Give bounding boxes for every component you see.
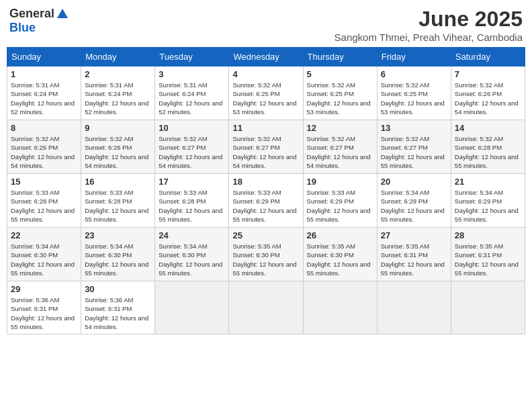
day-number: 22 <box>11 230 77 240</box>
day-number: 20 <box>381 177 447 187</box>
day-number: 21 <box>455 177 521 187</box>
day-info: Sunrise: 5:34 AMSunset: 6:30 PMDaylight:… <box>159 242 225 277</box>
title-section: June 2025 Sangkom Thmei, Preah Vihear, C… <box>335 7 523 43</box>
day-number: 13 <box>381 123 447 133</box>
header-thursday: Thursday <box>303 48 377 66</box>
calendar-day-cell: 16Sunrise: 5:33 AMSunset: 6:28 PMDayligh… <box>81 174 155 228</box>
calendar-day-cell: 17Sunrise: 5:33 AMSunset: 6:28 PMDayligh… <box>155 174 229 228</box>
calendar-day-cell: 6Sunrise: 5:32 AMSunset: 6:25 PMDaylight… <box>377 66 451 120</box>
day-number: 2 <box>85 69 151 79</box>
day-info: Sunrise: 5:34 AMSunset: 6:29 PMDaylight:… <box>381 188 447 224</box>
calendar-day-cell: 1Sunrise: 5:31 AMSunset: 6:24 PMDaylight… <box>7 66 81 120</box>
calendar-day-cell: 27Sunrise: 5:35 AMSunset: 6:31 PMDayligh… <box>377 228 451 281</box>
calendar-day-cell: 9Sunrise: 5:32 AMSunset: 6:26 PMDaylight… <box>81 120 155 174</box>
header-friday: Friday <box>377 48 451 66</box>
day-number: 27 <box>381 230 447 240</box>
day-number: 15 <box>11 177 77 187</box>
day-number: 29 <box>11 284 77 294</box>
logo-blue-text: Blue <box>9 21 36 35</box>
calendar-day-cell: 10Sunrise: 5:32 AMSunset: 6:27 PMDayligh… <box>155 120 229 174</box>
calendar-day-cell: 25Sunrise: 5:35 AMSunset: 6:30 PMDayligh… <box>229 228 303 281</box>
day-info: Sunrise: 5:35 AMSunset: 6:31 PMDaylight:… <box>455 242 521 277</box>
calendar-day-cell: 4Sunrise: 5:32 AMSunset: 6:25 PMDaylight… <box>229 66 303 120</box>
day-info: Sunrise: 5:33 AMSunset: 6:28 PMDaylight:… <box>85 188 151 224</box>
calendar-week-2: 8Sunrise: 5:32 AMSunset: 6:26 PMDaylight… <box>7 120 525 174</box>
day-info: Sunrise: 5:31 AMSunset: 6:24 PMDaylight:… <box>11 81 77 116</box>
calendar-day-cell: 7Sunrise: 5:32 AMSunset: 6:26 PMDaylight… <box>451 66 525 120</box>
calendar-week-5: 29Sunrise: 5:36 AMSunset: 6:31 PMDayligh… <box>7 281 525 334</box>
logo-icon <box>56 7 69 21</box>
calendar-day-cell: 11Sunrise: 5:32 AMSunset: 6:27 PMDayligh… <box>229 120 303 174</box>
calendar-day-cell: 5Sunrise: 5:32 AMSunset: 6:25 PMDaylight… <box>303 66 377 120</box>
calendar-title: June 2025 <box>335 7 523 32</box>
calendar-week-1: 1Sunrise: 5:31 AMSunset: 6:24 PMDaylight… <box>7 66 525 120</box>
day-number: 12 <box>307 123 373 133</box>
day-number: 5 <box>307 69 373 79</box>
calendar-day-cell: 15Sunrise: 5:33 AMSunset: 6:28 PMDayligh… <box>7 174 81 228</box>
calendar-day-cell: 28Sunrise: 5:35 AMSunset: 6:31 PMDayligh… <box>451 228 525 281</box>
calendar-day-cell: 12Sunrise: 5:32 AMSunset: 6:27 PMDayligh… <box>303 120 377 174</box>
calendar-day-cell: 14Sunrise: 5:32 AMSunset: 6:28 PMDayligh… <box>451 120 525 174</box>
day-info: Sunrise: 5:32 AMSunset: 6:28 PMDaylight:… <box>455 134 521 170</box>
page-header: General Blue June 2025 Sangkom Thmei, Pr… <box>7 7 525 43</box>
day-number: 11 <box>232 123 299 133</box>
day-info: Sunrise: 5:35 AMSunset: 6:31 PMDaylight:… <box>381 242 447 277</box>
day-number: 25 <box>232 230 299 240</box>
calendar-day-cell: 20Sunrise: 5:34 AMSunset: 6:29 PMDayligh… <box>377 174 451 228</box>
calendar-day-cell: 26Sunrise: 5:35 AMSunset: 6:30 PMDayligh… <box>303 228 377 281</box>
day-info: Sunrise: 5:33 AMSunset: 6:29 PMDaylight:… <box>307 188 373 224</box>
calendar-week-3: 15Sunrise: 5:33 AMSunset: 6:28 PMDayligh… <box>7 174 525 228</box>
day-info: Sunrise: 5:31 AMSunset: 6:24 PMDaylight:… <box>85 81 151 116</box>
calendar-day-cell: 18Sunrise: 5:33 AMSunset: 6:29 PMDayligh… <box>229 174 303 228</box>
day-number: 14 <box>455 123 521 133</box>
day-number: 17 <box>159 177 225 187</box>
day-info: Sunrise: 5:33 AMSunset: 6:28 PMDaylight:… <box>159 188 225 224</box>
day-info: Sunrise: 5:32 AMSunset: 6:26 PMDaylight:… <box>85 134 151 170</box>
weekday-header-row: Sunday Monday Tuesday Wednesday Thursday… <box>7 48 525 66</box>
header-tuesday: Tuesday <box>155 48 229 66</box>
calendar-day-cell: 2Sunrise: 5:31 AMSunset: 6:24 PMDaylight… <box>81 66 155 120</box>
day-info: Sunrise: 5:32 AMSunset: 6:25 PMDaylight:… <box>307 81 373 116</box>
calendar-day-cell: 22Sunrise: 5:34 AMSunset: 6:30 PMDayligh… <box>7 228 81 281</box>
calendar-table: Sunday Monday Tuesday Wednesday Thursday… <box>7 47 525 334</box>
day-info: Sunrise: 5:34 AMSunset: 6:30 PMDaylight:… <box>11 242 77 277</box>
day-number: 19 <box>307 177 373 187</box>
day-info: Sunrise: 5:36 AMSunset: 6:31 PMDaylight:… <box>85 295 151 331</box>
day-info: Sunrise: 5:32 AMSunset: 6:26 PMDaylight:… <box>455 81 521 116</box>
calendar-day-cell: 8Sunrise: 5:32 AMSunset: 6:26 PMDaylight… <box>7 120 81 174</box>
day-number: 30 <box>85 284 151 294</box>
day-number: 16 <box>85 177 151 187</box>
calendar-day-cell <box>229 281 303 334</box>
day-info: Sunrise: 5:32 AMSunset: 6:27 PMDaylight:… <box>232 134 299 170</box>
calendar-day-cell: 21Sunrise: 5:34 AMSunset: 6:29 PMDayligh… <box>451 174 525 228</box>
day-info: Sunrise: 5:31 AMSunset: 6:24 PMDaylight:… <box>159 81 225 116</box>
header-wednesday: Wednesday <box>229 48 303 66</box>
day-number: 9 <box>85 123 151 133</box>
day-info: Sunrise: 5:32 AMSunset: 6:25 PMDaylight:… <box>232 81 299 116</box>
day-info: Sunrise: 5:33 AMSunset: 6:28 PMDaylight:… <box>11 188 77 224</box>
day-number: 26 <box>307 230 373 240</box>
day-number: 23 <box>85 230 151 240</box>
calendar-week-4: 22Sunrise: 5:34 AMSunset: 6:30 PMDayligh… <box>7 228 525 281</box>
logo: General Blue <box>9 7 69 35</box>
header-saturday: Saturday <box>451 48 525 66</box>
day-number: 10 <box>159 123 225 133</box>
calendar-day-cell <box>451 281 525 334</box>
day-info: Sunrise: 5:34 AMSunset: 6:29 PMDaylight:… <box>455 188 521 224</box>
calendar-day-cell <box>303 281 377 334</box>
day-info: Sunrise: 5:32 AMSunset: 6:27 PMDaylight:… <box>159 134 225 170</box>
day-info: Sunrise: 5:34 AMSunset: 6:30 PMDaylight:… <box>85 242 151 277</box>
calendar-day-cell: 19Sunrise: 5:33 AMSunset: 6:29 PMDayligh… <box>303 174 377 228</box>
calendar-day-cell <box>155 281 229 334</box>
day-info: Sunrise: 5:32 AMSunset: 6:26 PMDaylight:… <box>11 134 77 170</box>
header-monday: Monday <box>81 48 155 66</box>
day-number: 8 <box>11 123 77 133</box>
calendar-day-cell: 30Sunrise: 5:36 AMSunset: 6:31 PMDayligh… <box>81 281 155 334</box>
day-number: 7 <box>455 69 521 79</box>
day-info: Sunrise: 5:36 AMSunset: 6:31 PMDaylight:… <box>11 295 77 331</box>
day-number: 18 <box>232 177 299 187</box>
header-sunday: Sunday <box>7 48 81 66</box>
day-info: Sunrise: 5:32 AMSunset: 6:27 PMDaylight:… <box>381 134 447 170</box>
day-number: 1 <box>11 69 77 79</box>
day-number: 28 <box>455 230 521 240</box>
